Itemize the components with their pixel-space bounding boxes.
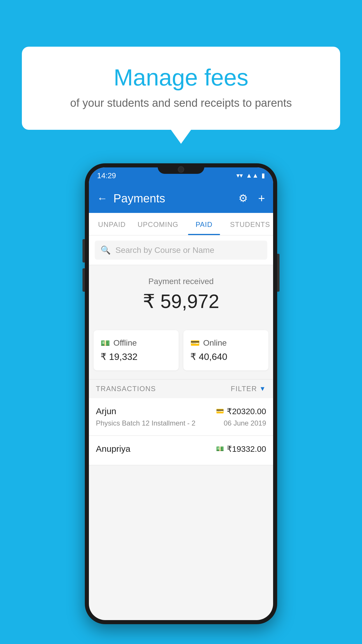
online-label: Online [203, 338, 227, 348]
phone-notch [158, 163, 204, 174]
transaction-item[interactable]: Anupriya 💵 ₹19332.00 [89, 436, 273, 465]
phone-screen: 14:29 ▾▾ ▲▲ ▮ ← Payments ⚙ + UNPAID UPCO… [89, 167, 273, 620]
power-button [277, 254, 280, 292]
online-amount: ₹ 40,640 [190, 351, 227, 362]
volume-down-button [82, 268, 85, 292]
speech-bubble: Manage fees of your students and send re… [22, 47, 340, 130]
online-card-icon: 💳 [216, 407, 224, 415]
tab-unpaid[interactable]: UNPAID [89, 213, 135, 235]
transaction-item[interactable]: Arjun 💳 ₹20320.00 Physics Batch 12 Insta… [89, 398, 273, 436]
payment-summary: Payment received ₹ 59,972 [89, 265, 273, 330]
phone-frame: 14:29 ▾▾ ▲▲ ▮ ← Payments ⚙ + UNPAID UPCO… [85, 163, 277, 624]
transaction-top-row: Arjun 💳 ₹20320.00 [96, 406, 266, 416]
offline-payment-card: 💵 Offline ₹ 19,332 [94, 330, 179, 370]
back-button[interactable]: ← [97, 192, 108, 204]
tab-upcoming[interactable]: UPCOMING [135, 213, 181, 235]
tab-bar: UNPAID UPCOMING PAID STUDENTS [89, 213, 273, 235]
search-bar[interactable]: 🔍 Search by Course or Name [95, 241, 267, 260]
online-card-header: 💳 Online [190, 338, 227, 348]
search-input[interactable]: Search by Course or Name [115, 246, 214, 255]
transaction-name: Arjun [96, 406, 116, 416]
transaction-amount-row: 💳 ₹20320.00 [216, 407, 266, 416]
volume-up-button [82, 239, 85, 262]
signal-icon: ▲▲ [246, 172, 259, 179]
transaction-date: 06 June 2019 [224, 419, 266, 427]
filter-button[interactable]: FILTER ▼ [231, 385, 266, 393]
offline-icon: 💵 [216, 445, 224, 453]
offline-label: Offline [113, 338, 137, 348]
transactions-header: TRANSACTIONS FILTER ▼ [89, 379, 273, 398]
bubble-title: Manage fees [36, 64, 326, 91]
wifi-icon: ▾▾ [236, 172, 243, 179]
offline-amount: ₹ 19,332 [101, 351, 138, 362]
transaction-detail: Physics Batch 12 Installment - 2 [96, 419, 195, 427]
status-icons: ▾▾ ▲▲ ▮ [236, 172, 265, 179]
transactions-label: TRANSACTIONS [96, 385, 156, 393]
online-payment-icon: 💳 [190, 339, 200, 348]
payment-total-amount: ₹ 59,972 [95, 290, 267, 313]
search-icon: 🔍 [101, 245, 111, 255]
payment-cards: 💵 Offline ₹ 19,332 💳 Online ₹ 40,640 [89, 330, 273, 379]
transaction-amount: ₹19332.00 [227, 444, 266, 454]
add-button[interactable]: + [258, 192, 265, 205]
filter-icon: ▼ [259, 385, 266, 393]
transaction-bottom-row: Physics Batch 12 Installment - 2 06 June… [96, 419, 266, 427]
status-time: 14:29 [97, 171, 116, 180]
tab-students[interactable]: STUDENTS [227, 213, 273, 235]
transaction-top-row: Anupriya 💵 ₹19332.00 [96, 444, 266, 454]
transaction-amount-row: 💵 ₹19332.00 [216, 444, 266, 454]
transaction-name: Anupriya [96, 444, 130, 454]
tab-paid[interactable]: PAID [181, 213, 227, 235]
online-payment-card: 💳 Online ₹ 40,640 [183, 330, 268, 370]
offline-card-header: 💵 Offline [101, 338, 137, 348]
payment-received-label: Payment received [95, 277, 267, 286]
filter-text: FILTER [231, 385, 257, 393]
app-header: ← Payments ⚙ + [89, 184, 273, 213]
offline-payment-icon: 💵 [101, 339, 110, 348]
settings-button[interactable]: ⚙ [238, 192, 248, 204]
transaction-amount: ₹20320.00 [227, 407, 266, 416]
front-camera [178, 166, 184, 173]
search-container: 🔍 Search by Course or Name [89, 235, 273, 265]
page-title: Payments [113, 192, 233, 205]
bubble-subtitle: of your students and send receipts to pa… [36, 97, 326, 109]
battery-icon: ▮ [261, 172, 265, 179]
